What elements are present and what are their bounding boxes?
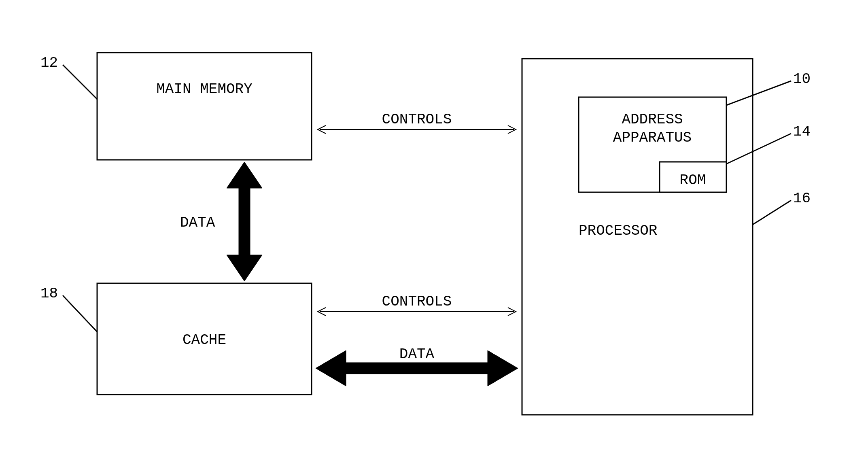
address-apparatus-label-1: ADDRESS bbox=[622, 111, 683, 128]
ref-12-leader bbox=[63, 65, 97, 99]
svg-marker-4 bbox=[227, 255, 262, 281]
processor-label: PROCESSOR bbox=[579, 223, 657, 239]
svg-rect-2 bbox=[239, 182, 250, 263]
cache-label: CACHE bbox=[183, 332, 226, 348]
ref-18-label: 18 bbox=[40, 285, 58, 302]
svg-marker-3 bbox=[227, 162, 262, 188]
data-arrow-mem-cache bbox=[227, 162, 262, 281]
ref-10-label: 10 bbox=[793, 71, 811, 87]
ref-12-label: 12 bbox=[40, 55, 58, 71]
svg-marker-7 bbox=[488, 350, 518, 386]
main-memory-block bbox=[97, 53, 312, 160]
data-label-cache-proc: DATA bbox=[399, 346, 435, 363]
data-label-mem-cache: DATA bbox=[180, 214, 215, 231]
controls-label-cache-proc: CONTROLS bbox=[382, 293, 452, 310]
rom-label: ROM bbox=[680, 172, 706, 189]
ref-16-label: 16 bbox=[793, 190, 811, 207]
ref-18-leader bbox=[63, 295, 97, 332]
svg-marker-6 bbox=[316, 350, 346, 386]
svg-rect-5 bbox=[338, 363, 496, 374]
main-memory-label: MAIN MEMORY bbox=[156, 81, 253, 98]
controls-label-mem-proc: CONTROLS bbox=[382, 111, 452, 128]
ref-14-label: 14 bbox=[793, 123, 811, 140]
ref-16-leader bbox=[753, 200, 791, 225]
address-apparatus-label-2: APPARATUS bbox=[613, 129, 692, 146]
